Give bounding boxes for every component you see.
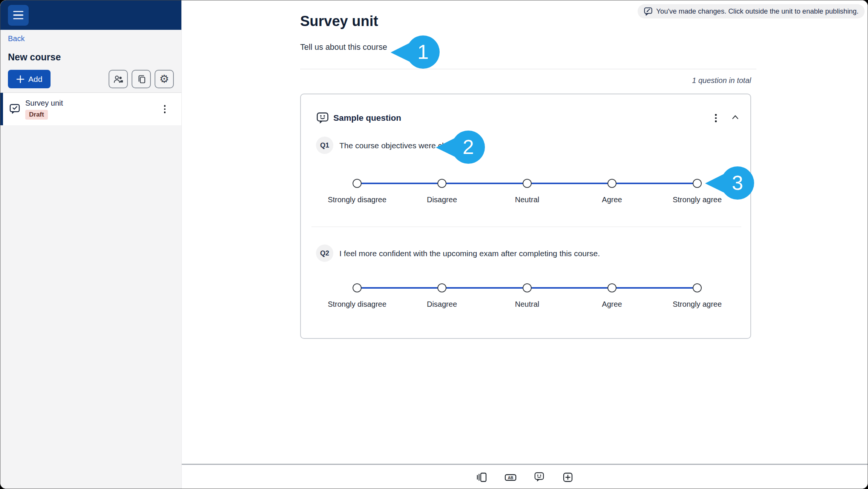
sidebar: Back New course Add [0, 0, 182, 489]
likert-scale: Strongly disagree Disagree Neutral Agree… [353, 179, 702, 213]
duplicate-icon [136, 74, 146, 84]
question-number-badge: Q2 [316, 244, 333, 262]
question-card-title: Sample question [333, 113, 401, 123]
add-block-icon [562, 472, 574, 483]
scale-option-1[interactable] [353, 179, 362, 188]
duplicate-button[interactable] [132, 70, 151, 88]
app-window: Back New course Add [0, 0, 868, 489]
question-text[interactable]: I feel more confident with the upcoming … [339, 249, 600, 258]
add-button[interactable]: Add [8, 70, 51, 88]
question-number-badge: Q1 [316, 137, 333, 154]
unit-description[interactable]: Tell us about this course [300, 43, 387, 52]
scale-option-3[interactable] [523, 283, 532, 292]
collaborators-icon [113, 74, 124, 84]
kebab-icon [164, 105, 166, 107]
main-area: You've made changes. Click outside the u… [182, 0, 868, 489]
callout-1: 1 [390, 34, 440, 70]
status-badge: Draft [25, 110, 48, 120]
callout-3: 3 [704, 165, 755, 201]
survey-unit-icon [9, 103, 21, 115]
feedback-bubble-icon [534, 472, 545, 483]
scale-option-1[interactable] [353, 283, 362, 292]
carousel-icon [476, 472, 488, 483]
page-title: Survey unit [300, 13, 378, 29]
scale-option-2[interactable] [437, 179, 446, 188]
kebab-icon [715, 114, 717, 116]
svg-text:2: 2 [463, 135, 474, 158]
unit-title: Survey unit [25, 99, 63, 108]
chevron-up-icon[interactable] [730, 112, 741, 122]
toast-text: You've made changes. Click outside the u… [656, 7, 859, 15]
sidebar-actions: Add ⚙ [8, 70, 174, 88]
svg-text:AB: AB [508, 476, 513, 480]
feedback-question-button[interactable] [532, 471, 546, 484]
question-menu-button[interactable] [713, 112, 719, 125]
ab-choice-button[interactable]: AB [504, 471, 517, 484]
add-button-label: Add [28, 75, 42, 84]
unit-menu-button[interactable] [162, 103, 168, 115]
callout-2: 2 [435, 129, 486, 165]
sidebar-topbar [0, 0, 181, 30]
collaborators-button[interactable] [109, 70, 128, 88]
svg-text:3: 3 [732, 171, 743, 194]
settings-button[interactable]: ⚙ [155, 70, 174, 88]
settings-icon: ⚙ [159, 74, 169, 85]
scale-option-3[interactable] [523, 179, 532, 188]
course-title: New course [8, 52, 61, 63]
svg-text:1: 1 [417, 40, 429, 63]
question-count: 1 question in total [300, 76, 751, 85]
plus-icon [16, 75, 25, 83]
changes-toast: You've made changes. Click outside the u… [638, 4, 865, 18]
block-toolbar: AB [182, 471, 868, 484]
ab-choice-icon: AB [505, 472, 517, 483]
active-indicator [0, 93, 3, 125]
back-link[interactable]: Back [8, 34, 25, 43]
unit-list-item[interactable]: Survey unit Draft [0, 93, 181, 125]
add-block-button[interactable] [561, 471, 575, 484]
question-type-icon [316, 112, 330, 125]
menu-button[interactable] [8, 5, 29, 26]
question-card: Sample question Q1 The course objectives… [300, 94, 751, 339]
toolbar-divider [182, 464, 868, 465]
header-divider [300, 69, 756, 69]
menu-icon [13, 11, 23, 12]
scale-option-5[interactable] [693, 283, 702, 292]
scale-option-4[interactable] [607, 283, 616, 292]
unit-info: Survey unit Draft [25, 99, 63, 120]
scale-option-5[interactable] [693, 179, 702, 188]
comment-edit-icon [644, 7, 653, 16]
scale-option-4[interactable] [607, 179, 616, 188]
content-blocks-button[interactable] [475, 471, 489, 484]
scale-option-2[interactable] [437, 283, 446, 292]
unit-tools: ⚙ [109, 70, 174, 88]
likert-scale: Strongly disagree Disagree Neutral Agree… [353, 283, 702, 317]
question-divider [311, 226, 741, 227]
